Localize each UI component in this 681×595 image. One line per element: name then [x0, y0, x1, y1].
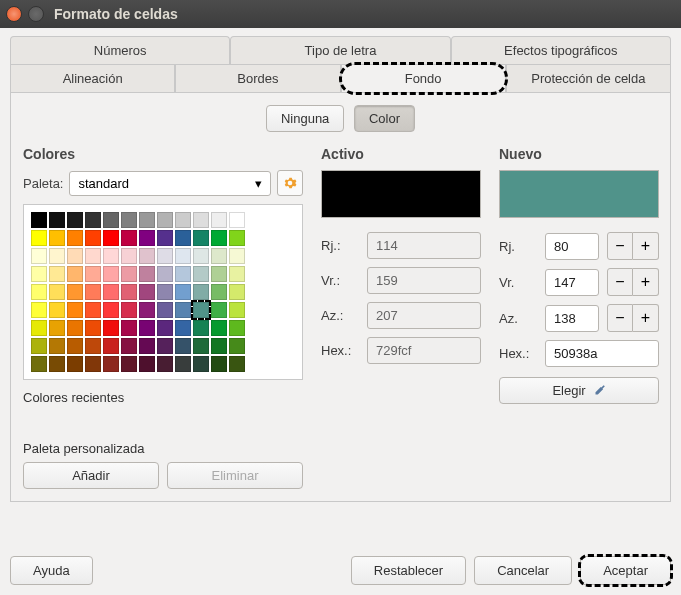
cancel-button[interactable]: Cancelar — [474, 556, 572, 585]
color-swatch[interactable] — [31, 284, 47, 300]
palette-select[interactable]: standard ▾ — [69, 171, 271, 196]
color-swatch[interactable] — [229, 284, 245, 300]
color-swatch[interactable] — [49, 356, 65, 372]
color-swatch[interactable] — [121, 320, 137, 336]
remove-palette-button[interactable]: Eliminar — [167, 462, 303, 489]
palette-settings-button[interactable] — [277, 170, 303, 196]
reset-button[interactable]: Restablecer — [351, 556, 466, 585]
color-swatch[interactable] — [85, 284, 101, 300]
color-swatch[interactable] — [229, 266, 245, 282]
new-b-increment[interactable]: + — [633, 304, 659, 332]
color-swatch[interactable] — [139, 248, 155, 264]
color-swatch[interactable] — [175, 302, 191, 318]
tab-fondo[interactable]: Fondo — [341, 64, 506, 93]
color-swatch[interactable] — [103, 266, 119, 282]
color-swatch[interactable] — [85, 230, 101, 246]
color-swatch[interactable] — [121, 266, 137, 282]
color-swatch[interactable] — [193, 230, 209, 246]
ok-button[interactable]: Aceptar — [580, 556, 671, 585]
color-swatch[interactable] — [85, 212, 101, 228]
color-swatch[interactable] — [175, 230, 191, 246]
color-swatch[interactable] — [67, 356, 83, 372]
color-swatch[interactable] — [49, 248, 65, 264]
color-swatch[interactable] — [211, 356, 227, 372]
color-swatch[interactable] — [67, 230, 83, 246]
color-swatch[interactable] — [121, 230, 137, 246]
color-swatch[interactable] — [67, 212, 83, 228]
color-swatch[interactable] — [31, 356, 47, 372]
color-swatch[interactable] — [103, 320, 119, 336]
color-swatch[interactable] — [67, 320, 83, 336]
color-swatch[interactable] — [103, 248, 119, 264]
color-swatch[interactable] — [157, 248, 173, 264]
color-swatch[interactable] — [103, 302, 119, 318]
color-swatch[interactable] — [103, 230, 119, 246]
color-swatch[interactable] — [193, 284, 209, 300]
color-swatch[interactable] — [49, 230, 65, 246]
color-swatch[interactable] — [49, 302, 65, 318]
color-swatch[interactable] — [31, 302, 47, 318]
color-swatch[interactable] — [31, 320, 47, 336]
color-swatch[interactable] — [85, 356, 101, 372]
color-swatch[interactable] — [211, 284, 227, 300]
color-swatch[interactable] — [121, 212, 137, 228]
color-swatch[interactable] — [175, 266, 191, 282]
new-hex-input[interactable]: 50938a — [545, 340, 659, 367]
color-swatch[interactable] — [157, 230, 173, 246]
color-swatch[interactable] — [121, 248, 137, 264]
new-r-increment[interactable]: + — [633, 232, 659, 260]
color-swatch[interactable] — [67, 248, 83, 264]
color-swatch[interactable] — [157, 338, 173, 354]
color-swatch[interactable] — [157, 356, 173, 372]
new-g-decrement[interactable]: − — [607, 268, 633, 296]
tab-efectos[interactable]: Efectos tipográficos — [451, 36, 671, 64]
color-swatch[interactable] — [193, 302, 209, 318]
color-swatch[interactable] — [229, 356, 245, 372]
color-swatch[interactable] — [211, 212, 227, 228]
tab-tipo-de-letra[interactable]: Tipo de letra — [230, 36, 450, 64]
color-swatch[interactable] — [139, 284, 155, 300]
tab-alineacion[interactable]: Alineación — [10, 64, 175, 93]
color-swatch[interactable] — [103, 284, 119, 300]
color-swatch[interactable] — [103, 338, 119, 354]
pick-color-button[interactable]: Elegir — [499, 377, 659, 404]
color-swatch[interactable] — [103, 212, 119, 228]
color-swatch[interactable] — [229, 212, 245, 228]
color-swatch[interactable] — [175, 248, 191, 264]
mode-none-button[interactable]: Ninguna — [266, 105, 344, 132]
color-swatch[interactable] — [139, 266, 155, 282]
color-swatch[interactable] — [121, 302, 137, 318]
color-swatch[interactable] — [229, 248, 245, 264]
color-swatch[interactable] — [193, 320, 209, 336]
color-swatch[interactable] — [157, 284, 173, 300]
color-swatch[interactable] — [67, 338, 83, 354]
color-swatch[interactable] — [157, 302, 173, 318]
color-swatch[interactable] — [49, 320, 65, 336]
new-b-input[interactable]: 138 — [545, 305, 599, 332]
color-swatch[interactable] — [121, 284, 137, 300]
color-swatch[interactable] — [49, 266, 65, 282]
color-swatch[interactable] — [31, 338, 47, 354]
color-swatch[interactable] — [157, 266, 173, 282]
color-swatch[interactable] — [175, 284, 191, 300]
color-swatch[interactable] — [85, 248, 101, 264]
color-swatch[interactable] — [211, 230, 227, 246]
add-palette-button[interactable]: Añadir — [23, 462, 159, 489]
color-swatch[interactable] — [157, 320, 173, 336]
window-close-button[interactable] — [6, 6, 22, 22]
color-swatch[interactable] — [229, 320, 245, 336]
color-swatch-grid[interactable] — [23, 204, 303, 380]
color-swatch[interactable] — [175, 212, 191, 228]
color-swatch[interactable] — [139, 230, 155, 246]
new-b-decrement[interactable]: − — [607, 304, 633, 332]
color-swatch[interactable] — [211, 266, 227, 282]
color-swatch[interactable] — [139, 212, 155, 228]
color-swatch[interactable] — [193, 338, 209, 354]
new-r-decrement[interactable]: − — [607, 232, 633, 260]
color-swatch[interactable] — [31, 230, 47, 246]
color-swatch[interactable] — [67, 284, 83, 300]
tab-bordes[interactable]: Bordes — [175, 64, 340, 93]
color-swatch[interactable] — [31, 212, 47, 228]
new-g-increment[interactable]: + — [633, 268, 659, 296]
color-swatch[interactable] — [67, 302, 83, 318]
